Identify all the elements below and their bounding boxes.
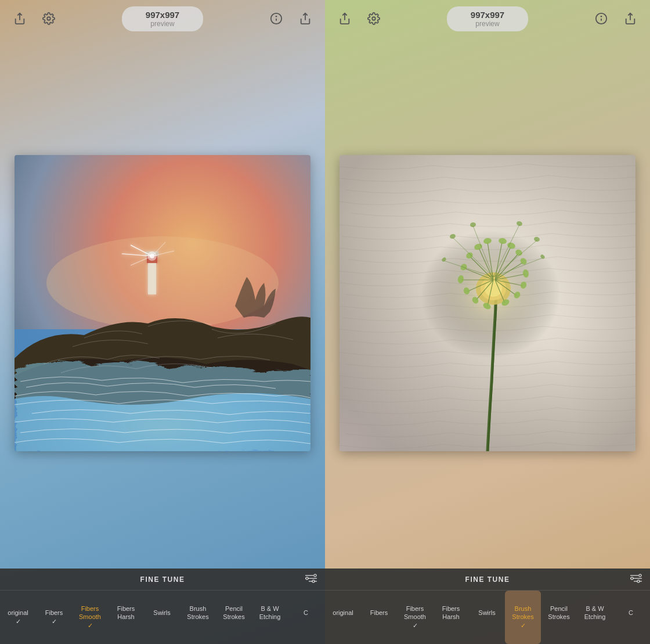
left-preview-label: preview: [150, 20, 174, 28]
right-settings-button[interactable]: [363, 8, 384, 29]
right-header: 997x997 preview: [325, 0, 650, 37]
left-resolution: 997x997: [146, 10, 179, 20]
filter-original[interactable]: original ✓: [0, 591, 36, 644]
right-filter-swirls[interactable]: Swirls: [469, 591, 505, 644]
left-header: 997x997 preview: [0, 0, 325, 37]
right-header-center: 997x997 preview: [447, 6, 528, 31]
filter-bw-etching[interactable]: B & WEtching: [252, 591, 288, 644]
right-filter-original[interactable]: original: [325, 591, 361, 644]
svg-point-21: [314, 574, 316, 577]
right-filter-fibers-harsh[interactable]: FibersHarsh: [433, 591, 469, 644]
right-filter-bw-etching[interactable]: B & WEtching: [577, 591, 613, 644]
right-export-button[interactable]: [334, 8, 355, 29]
right-filter-strip: original Fibers FibersSmooth ✓ FibersHar…: [325, 591, 650, 644]
right-fine-tune-label: FINE TUNE: [465, 575, 510, 584]
svg-point-24: [372, 17, 375, 20]
left-share-button[interactable]: [295, 8, 316, 29]
left-bottom-bar: FINE TUNE original ✓ Fibers ✓: [0, 569, 325, 644]
left-info-button[interactable]: [266, 8, 287, 29]
filter-fibers[interactable]: Fibers ✓: [36, 591, 72, 644]
left-filter-adjust-icon[interactable]: [305, 574, 317, 585]
right-image: [340, 155, 635, 451]
left-image-area: [0, 37, 325, 569]
right-fine-tune-header: FINE TUNE: [325, 569, 650, 591]
right-filter-brush-strokes[interactable]: BrushStrokes ✓: [505, 591, 541, 644]
right-filter-fibers[interactable]: Fibers: [361, 591, 397, 644]
right-resolution: 997x997: [471, 10, 504, 20]
svg-point-22: [306, 577, 308, 580]
right-share-button[interactable]: [620, 8, 641, 29]
svg-point-17: [150, 254, 154, 258]
left-header-center: 997x997 preview: [122, 6, 203, 31]
filter-brush-strokes[interactable]: BrushStrokes: [180, 591, 216, 644]
right-filter-more[interactable]: C: [613, 591, 649, 644]
left-fine-tune-header: FINE TUNE: [0, 569, 325, 591]
right-preview-label: preview: [475, 20, 499, 28]
left-settings-button[interactable]: [38, 8, 59, 29]
left-image: [15, 155, 310, 451]
right-filter-fibers-smooth[interactable]: FibersSmooth ✓: [397, 591, 433, 644]
svg-rect-8: [148, 260, 156, 294]
filter-fibers-harsh[interactable]: FibersHarsh: [108, 591, 144, 644]
svg-point-84: [631, 577, 633, 580]
left-filter-strip: original ✓ Fibers ✓ FibersSmooth ✓ Fiber…: [0, 591, 325, 644]
right-image-area: [325, 37, 650, 569]
filter-fibers-smooth[interactable]: FibersSmooth ✓: [72, 591, 108, 644]
left-export-button[interactable]: [9, 8, 30, 29]
svg-point-23: [312, 580, 315, 582]
filter-swirls[interactable]: Swirls: [144, 591, 180, 644]
svg-point-85: [637, 580, 640, 582]
right-info-button[interactable]: [591, 8, 612, 29]
left-image-container: [15, 155, 310, 451]
filter-pencil-strokes[interactable]: PencilStrokes: [216, 591, 252, 644]
right-panel: 997x997 preview: [325, 0, 650, 644]
right-bottom-bar: FINE TUNE original Fibers: [325, 569, 650, 644]
right-filter-adjust-icon[interactable]: [630, 574, 642, 585]
svg-point-0: [47, 17, 50, 20]
right-image-container: [340, 155, 635, 451]
right-filter-pencil-strokes[interactable]: PencilStrokes: [541, 591, 577, 644]
left-panel: 997x997 preview: [0, 0, 325, 644]
filter-more[interactable]: C: [288, 591, 324, 644]
svg-point-83: [639, 574, 641, 577]
left-fine-tune-label: FINE TUNE: [140, 575, 185, 584]
